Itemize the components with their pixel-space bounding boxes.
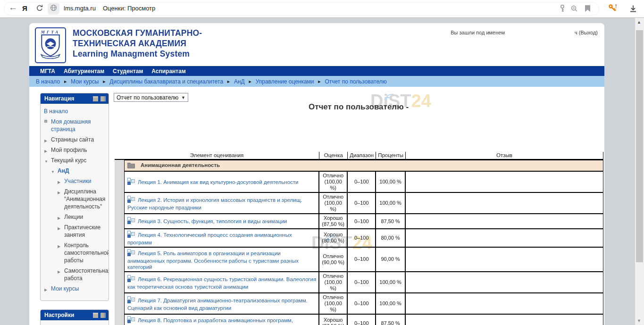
- indent-cell: [115, 214, 124, 229]
- settings-block: Настройки ▼Управление оценкамиОбзорный о…: [40, 309, 109, 325]
- bookmark-icon[interactable]: [585, 5, 591, 14]
- site-header: МГТА МОСКОВСКАЯ ГУМАНИТАРНО- ТЕХНИЧЕСКАЯ…: [29, 23, 604, 66]
- tree-collapsed-icon[interactable]: ▶: [58, 225, 60, 233]
- sidebar-item[interactable]: ▶Самостоятельная работа: [44, 267, 107, 282]
- sidebar-item[interactable]: ▶Участники: [44, 177, 107, 185]
- url-text[interactable]: lms.mgta.ruОценки: Просмотр: [64, 5, 155, 12]
- category-row: Анимационная деятельность: [115, 160, 603, 171]
- nav-item[interactable]: Студентам: [113, 68, 143, 75]
- feedback-cell: [405, 171, 603, 192]
- sidebar-item[interactable]: ▶Лекции: [44, 213, 107, 221]
- zoom-icon[interactable]: [570, 5, 578, 14]
- item-link[interactable]: Лекция 7. Драматургия анимационно-театра…: [127, 298, 308, 311]
- percent-cell: 100,00 %: [376, 293, 405, 314]
- breadcrumb-item[interactable]: Мои курсы: [71, 78, 99, 85]
- tree-collapsed-icon[interactable]: ▶: [58, 215, 60, 222]
- settings-block-header: Настройки: [41, 310, 109, 320]
- tree-collapsed-icon[interactable]: ▶: [58, 243, 60, 250]
- breadcrumb-item[interactable]: Отчет по пользователю: [325, 78, 387, 85]
- breadcrumb-separator-icon: ►: [63, 79, 67, 84]
- collapse-block-icon[interactable]: [93, 313, 98, 318]
- column-header: Отзыв: [405, 152, 603, 160]
- item-link[interactable]: Лекция 3. Сущность, функция, типология и…: [138, 218, 287, 224]
- grade-word: Хорошо: [321, 317, 345, 323]
- sidebar-item[interactable]: В начало: [44, 108, 107, 115]
- tree-collapsed-icon[interactable]: ▶: [44, 137, 47, 145]
- item-link[interactable]: Лекция 2. История и хронология массовых …: [127, 197, 302, 210]
- login-info: Вы зашли под именемч (Выход): [451, 30, 598, 35]
- academy-logo[interactable]: МГТА: [35, 27, 66, 63]
- vertical-scrollbar[interactable]: ▲ ▼: [635, 18, 644, 325]
- item-link[interactable]: Лекция 5. Роль аниматоров в организации …: [127, 250, 299, 270]
- lesson-icon: [127, 178, 135, 186]
- item-link[interactable]: Лекция 8. Подготовка и разработка анимац…: [127, 317, 293, 325]
- main-nav: МГТААбитуриентамСтудентамАспирантам: [29, 66, 604, 76]
- tree-expanded-icon[interactable]: ▼: [44, 158, 48, 166]
- navigation-block-body: В началоМоя домашняя страница▶Страницы с…: [41, 104, 109, 300]
- sidebar-item[interactable]: ▶Мои курсы: [44, 285, 107, 292]
- grade-row: Лекция 6. Рекреационная сущность туристс…: [115, 272, 603, 293]
- tree-collapsed-icon[interactable]: ▶: [44, 286, 47, 294]
- scroll-up-icon[interactable]: ▲: [637, 20, 641, 25]
- sidebar-item[interactable]: ▶Контроль самостоятельной работы: [44, 242, 107, 264]
- tree-collapsed-icon[interactable]: ▶: [58, 189, 60, 197]
- range-cell: 0–100: [347, 293, 376, 314]
- nav-item[interactable]: Абитуриентам: [64, 68, 104, 75]
- scroll-down-icon[interactable]: ▼: [637, 318, 641, 323]
- indent-cell: [115, 229, 124, 247]
- indent-cell: [115, 171, 124, 192]
- logout-link[interactable]: ч (Выход): [575, 30, 598, 35]
- report-type-select[interactable]: Отчет по пользователю ▼: [114, 93, 188, 102]
- range-cell: 0–100: [347, 171, 376, 192]
- scrollbar-thumb[interactable]: [636, 30, 643, 262]
- sidebar-item[interactable]: Моя домашняя страница: [44, 118, 107, 133]
- key-icon[interactable]: [559, 4, 566, 15]
- sidebar-item-label: АнД: [58, 167, 69, 174]
- column-header: Проценты: [376, 152, 405, 160]
- range-cell: 0–100: [347, 272, 376, 293]
- url-domain[interactable]: lms.mgta.ru: [64, 5, 96, 12]
- tree-expanded-icon[interactable]: ▼: [51, 168, 55, 176]
- back-icon[interactable]: ←: [8, 3, 17, 12]
- breadcrumb-item[interactable]: Дисциплины бакалавриата и специалитета: [109, 78, 223, 85]
- tree-collapsed-icon[interactable]: ▶: [58, 179, 60, 186]
- password-alert-icon[interactable]: !: [608, 3, 618, 16]
- item-link[interactable]: Лекция 1. Анимация как вид культурно-дос…: [138, 179, 298, 185]
- tree-collapsed-icon[interactable]: ▶: [58, 268, 60, 276]
- nav-item[interactable]: МГТА: [40, 68, 55, 75]
- breadcrumb-item[interactable]: Управление оценками: [256, 78, 314, 85]
- indent-cell: [115, 247, 124, 272]
- yandex-logo[interactable]: Я: [22, 4, 27, 13]
- sidebar: Навигация В началоМоя домашняя страница▶…: [40, 93, 109, 325]
- item-link[interactable]: Лекция 4. Технологический процесс создан…: [127, 232, 292, 245]
- grade-row: Лекция 7. Драматургия анимационно-театра…: [115, 293, 603, 314]
- dock-block-icon[interactable]: [100, 96, 106, 101]
- category-label: Анимационная деятельность: [141, 162, 220, 168]
- breadcrumb-item[interactable]: В начало: [36, 78, 60, 85]
- nav-item[interactable]: Аспирантам: [151, 68, 186, 75]
- sidebar-item[interactable]: ▶Дисциплина "Анимационная деятельность": [44, 188, 107, 210]
- lesson-icon: [127, 316, 135, 325]
- site-title: МОСКОВСКАЯ ГУМАНИТАРНО- ТЕХНИЧЕСКАЯ АКАД…: [73, 28, 202, 59]
- breadcrumb: В начало►Мои курсы►Дисциплины бакалавриа…: [29, 76, 604, 87]
- refresh-icon[interactable]: [36, 4, 43, 14]
- breadcrumb-item[interactable]: АнД: [234, 78, 245, 85]
- collapse-block-icon[interactable]: [93, 96, 98, 101]
- settings-block-title: Настройки: [44, 312, 91, 318]
- sidebar-item[interactable]: ▼Текущий курс: [44, 157, 107, 164]
- sidebar-item[interactable]: ▶Практические занятия: [44, 224, 107, 239]
- sidebar-item[interactable]: ▼АнД: [44, 167, 107, 175]
- site-icon-chip[interactable]: [48, 3, 59, 15]
- globe-icon: [50, 4, 57, 13]
- download-icon[interactable]: [629, 4, 637, 15]
- watermark-text2: 24: [411, 91, 431, 111]
- grade-word: Отлично: [321, 273, 345, 279]
- item-link[interactable]: Лекция 6. Рекреационная сущность туристс…: [127, 276, 316, 290]
- lesson-icon: [127, 275, 135, 283]
- sidebar-item[interactable]: ▶Страницы сайта: [44, 136, 107, 143]
- range-cell: 0–100: [347, 314, 376, 325]
- sidebar-item[interactable]: ▶Мой профиль: [44, 146, 107, 154]
- dock-block-icon[interactable]: [100, 313, 106, 318]
- dist24-watermark: DiST24: [370, 91, 431, 111]
- tree-collapsed-icon[interactable]: ▶: [44, 148, 47, 155]
